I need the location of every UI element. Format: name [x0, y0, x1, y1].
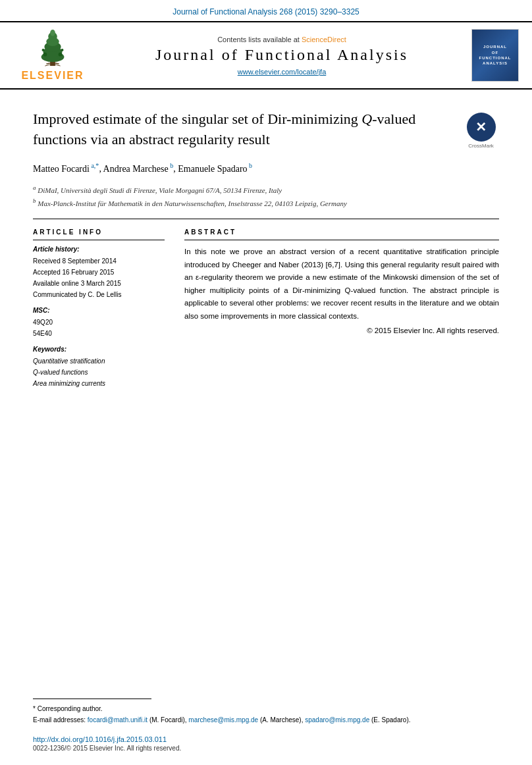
- msc-code-2: 54E40: [33, 328, 165, 339]
- abstract-divider: [184, 240, 499, 240]
- issn-line: 0022-1236/© 2015 Elsevier Inc. All right…: [33, 745, 181, 752]
- contents-line: Contents lists available at ScienceDirec…: [217, 36, 346, 43]
- crossmark-badge[interactable]: ✕ CrossMark: [463, 113, 499, 149]
- accepted-date: Accepted 16 February 2015: [33, 267, 165, 278]
- focardi-name-note: (M. Focardi),: [149, 716, 188, 724]
- journal-big-title: Journal of Functional Analysis: [155, 46, 408, 64]
- article-info-column: ARTICLE INFO Article history: Received 8…: [33, 228, 165, 389]
- journal-citation-bar: Journal of Functional Analysis 268 (2015…: [0, 0, 532, 22]
- keywords-section: Keywords: Quantitative stratification Q-…: [33, 346, 165, 389]
- article-title-text: Improved estimate of the singular set of…: [33, 109, 453, 150]
- page: Journal of Functional Analysis 268 (2015…: [0, 0, 532, 765]
- contents-text: Contents lists available at: [217, 36, 300, 43]
- journal-url-link[interactable]: www.elsevier.com/locate/jfa: [238, 68, 327, 76]
- keyword-1: Quantitative stratification: [33, 356, 165, 367]
- crossmark-icon: ✕: [467, 113, 496, 142]
- cover-text: JOURNALOFFUNCTIONALANALYSIS: [479, 44, 512, 66]
- footer-divider: [33, 699, 151, 699]
- msc-section: MSC: 49Q20 54E40: [33, 307, 165, 339]
- available-date: Available online 3 March 2015: [33, 278, 165, 289]
- svg-point-8: [59, 53, 63, 57]
- article-info-header: ARTICLE INFO: [33, 228, 165, 236]
- authors-section: Matteo Focardi a,*, Andrea Marchese b, E…: [33, 161, 499, 176]
- abstract-column: ABSTRACT In this note we prove an abstra…: [184, 228, 499, 389]
- sciencedirect-link[interactable]: ScienceDirect: [302, 36, 346, 43]
- marchese-name-note: (A. Marchese),: [260, 716, 305, 724]
- spadaro-name-note: (E. Spadaro).: [371, 716, 410, 724]
- affil-b-super: b: [33, 198, 36, 204]
- author-spadaro: Emanuele Spadaro: [178, 163, 247, 173]
- history-label: Article history:: [33, 246, 165, 253]
- focardi-email-link[interactable]: focardi@math.unifi.it: [88, 716, 147, 724]
- abstract-header: ABSTRACT: [184, 228, 499, 236]
- article-main-title: Improved estimate of the singular set of…: [33, 109, 453, 150]
- spadaro-email-link[interactable]: spadaro@mis.mpg.de: [305, 716, 369, 724]
- journal-title-center: Contents lists available at ScienceDirec…: [99, 29, 465, 82]
- author-focardi: Matteo Focardi: [33, 163, 90, 173]
- author-marchese: Andrea Marchese: [103, 163, 169, 173]
- tree-icon: [26, 29, 79, 67]
- info-divider: [33, 240, 165, 240]
- svg-point-9: [42, 49, 45, 51]
- svg-point-7: [43, 53, 47, 57]
- received-date: Received 8 September 2014: [33, 255, 165, 267]
- affiliation-b: b Max-Planck-Institut für Mathematik in …: [33, 196, 499, 209]
- header-divider: [33, 219, 499, 219]
- article-title-section: Improved estimate of the singular set of…: [33, 103, 499, 150]
- email-label: E-mail addresses:: [33, 716, 86, 724]
- marchese-email-link[interactable]: marchese@mis.mpg.de: [188, 716, 258, 724]
- author-marchese-super: b: [169, 162, 174, 169]
- affiliations: a DiMaI, Università degli Studi di Firen…: [33, 183, 499, 210]
- doi-section: http://dx.doi.org/10.1016/j.jfa.2015.03.…: [33, 733, 181, 752]
- abstract-copyright: © 2015 Elsevier Inc. All rights reserved…: [184, 327, 499, 334]
- abstract-text: In this note we prove an abstract versio…: [184, 246, 499, 323]
- crossmark-label: CrossMark: [468, 143, 494, 149]
- journal-cover-image: JOURNALOFFUNCTIONALANALYSIS: [471, 29, 519, 82]
- two-col-section: ARTICLE INFO Article history: Received 8…: [33, 228, 499, 389]
- keyword-3: Area minimizing currents: [33, 378, 165, 389]
- author-focardi-super: a,*: [90, 162, 99, 169]
- keyword-2: Q-valued functions: [33, 367, 165, 378]
- svg-point-10: [61, 49, 64, 51]
- article-content: Improved estimate of the singular set of…: [0, 90, 532, 402]
- elsevier-brand: ELSEVIER: [21, 70, 84, 82]
- affil-a-super: a: [33, 184, 36, 191]
- communicated-by: Communicated by C. De Lellis: [33, 289, 165, 300]
- affiliation-a: a DiMaI, Università degli Studi di Firen…: [33, 183, 499, 196]
- journal-header: ELSEVIER Contents lists available at Sci…: [0, 22, 532, 90]
- journal-citation-link[interactable]: Journal of Functional Analysis 268 (2015…: [173, 7, 359, 16]
- msc-label: MSC:: [33, 307, 165, 314]
- author-spadaro-super: b: [248, 162, 253, 169]
- doi-link[interactable]: http://dx.doi.org/10.1016/j.jfa.2015.03.…: [33, 735, 167, 743]
- msc-code-1: 49Q20: [33, 317, 165, 328]
- email-addresses-line: E-mail addresses: focardi@math.unifi.it …: [33, 714, 499, 725]
- footer-notes: * Corresponding author. E-mail addresses…: [33, 699, 499, 725]
- svg-point-6: [50, 30, 55, 36]
- elsevier-logo: ELSEVIER: [13, 29, 92, 82]
- corresponding-author-note: * Corresponding author.: [33, 703, 499, 714]
- keywords-label: Keywords:: [33, 346, 165, 353]
